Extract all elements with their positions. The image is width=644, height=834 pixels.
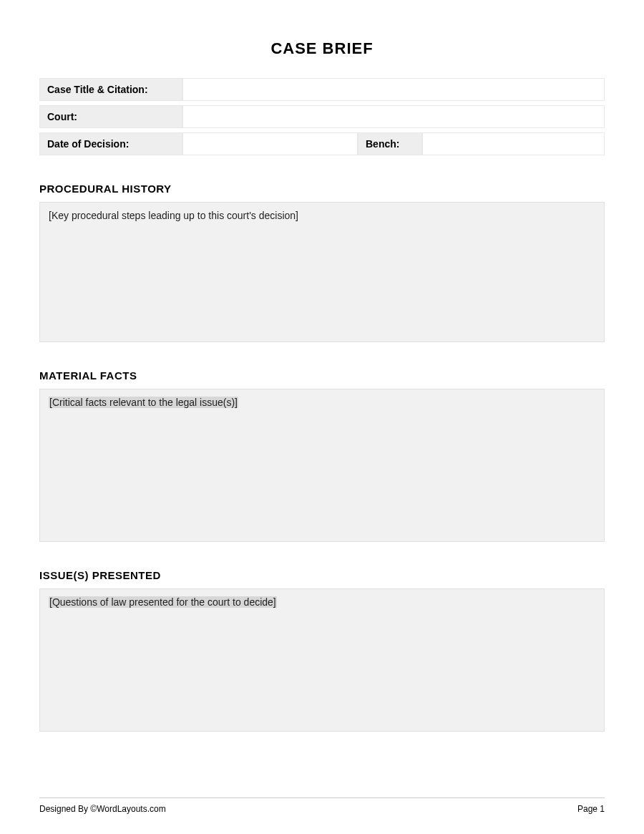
procedural-history-textbox[interactable]: [Key procedural steps leading up to this… xyxy=(39,202,605,342)
procedural-history-placeholder: [Key procedural steps leading up to this… xyxy=(49,210,298,221)
bench-label: Bench: xyxy=(358,132,422,155)
material-facts-textbox[interactable]: [Critical facts relevant to the legal is… xyxy=(39,389,605,542)
date-input[interactable] xyxy=(182,132,358,155)
page-content: CASE BRIEF Case Title & Citation: Court:… xyxy=(0,0,644,732)
case-title-input[interactable] xyxy=(182,78,605,101)
court-label: Court: xyxy=(39,105,182,128)
issues-presented-heading: ISSUE(S) PRESENTED xyxy=(39,569,605,581)
bench-input[interactable] xyxy=(422,132,605,155)
date-label: Date of Decision: xyxy=(39,132,182,155)
procedural-history-heading: PROCEDURAL HISTORY xyxy=(39,183,605,195)
document-title: CASE BRIEF xyxy=(39,39,605,58)
material-facts-placeholder: [Critical facts relevant to the legal is… xyxy=(49,397,238,408)
court-input[interactable] xyxy=(182,105,605,128)
footer-page-number: Page 1 xyxy=(577,804,605,814)
case-title-label: Case Title & Citation: xyxy=(39,78,182,101)
header-table: Case Title & Citation: Court: Date of De… xyxy=(39,78,605,155)
material-facts-heading: MATERIAL FACTS xyxy=(39,369,605,382)
issues-presented-textbox[interactable]: [Questions of law presented for the cour… xyxy=(39,588,605,732)
footer-credit: Designed By ©WordLayouts.com xyxy=(39,804,166,814)
issues-presented-placeholder: [Questions of law presented for the cour… xyxy=(49,596,277,608)
footer: Designed By ©WordLayouts.com Page 1 xyxy=(39,797,605,814)
